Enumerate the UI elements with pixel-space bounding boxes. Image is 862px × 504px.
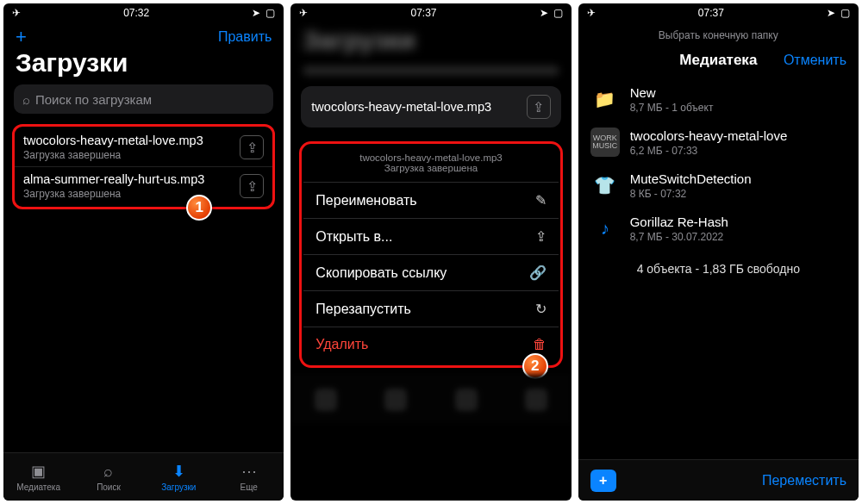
battery-icon: ▢	[265, 7, 275, 19]
shirt-icon: 👕	[590, 171, 620, 200]
file-row[interactable]: WORKMUSIC twocolors-heavy-metal-love 6,2…	[578, 121, 859, 164]
download-icon: ⬇	[172, 462, 185, 481]
location-icon: ➤	[540, 7, 548, 19]
tab-bar: ▣ Медиатека ⌕ Поиск ⬇ Загрузки ⋯ Еще	[3, 452, 284, 501]
status-time: 07:37	[410, 7, 436, 19]
album-icon: WORKMUSIC	[590, 128, 620, 157]
ellipsis-icon: ⋯	[241, 462, 257, 481]
screen-downloads: ✈ 07:32 ➤ ▢ + Править Загрузки ⌕ Поиск п…	[3, 3, 284, 501]
item-subtitle: 8,7 МБ - 30.07.2022	[630, 231, 728, 243]
location-icon: ➤	[827, 7, 835, 19]
status-bar: ✈ 07:37 ➤ ▢	[290, 3, 571, 22]
download-filename: twocolors-heavy-metal-love.mp3	[23, 134, 203, 147]
status-time: 07:32	[123, 7, 149, 19]
download-filename: alma-summer-really-hurt-us.mp3	[23, 172, 204, 186]
trash-icon: 🗑	[533, 337, 547, 352]
menu-rename[interactable]: Переименовать ✎	[303, 182, 558, 218]
move-button[interactable]: Переместить	[762, 473, 846, 488]
status-time: 07:37	[698, 7, 724, 19]
folder-icon: ▣	[31, 462, 46, 481]
item-title: MuteSwitchDetection	[630, 171, 752, 186]
screen-context-menu: ✈ 07:37 ➤ ▢ Загрузки twocolors-heavy-met…	[290, 3, 571, 501]
download-status: Загрузка завершена	[23, 188, 204, 200]
downloads-list-highlight: twocolors-heavy-metal-love.mp3 Загрузка …	[12, 124, 275, 209]
picker-hint: Выбрать конечную папку	[578, 22, 859, 47]
pencil-icon: ✎	[535, 192, 547, 208]
item-title: New	[630, 85, 714, 100]
link-icon: 🔗	[529, 264, 547, 281]
search-icon: ⌕	[103, 463, 113, 481]
page-title: Загрузки	[3, 48, 284, 84]
music-note-icon: ♪	[590, 214, 620, 243]
blurred-title: Загрузки	[290, 22, 571, 62]
menu-restart[interactable]: Перезапустить ↻	[303, 290, 558, 327]
menu-copy-link[interactable]: Скопировать ссылку 🔗	[303, 254, 558, 290]
storage-summary: 4 объекта - 1,83 ГБ свободно	[578, 250, 859, 288]
context-menu-highlight: twocolors-heavy-metal-love.mp3 Загрузка …	[299, 141, 562, 368]
folder-icon: 📁	[590, 84, 620, 114]
search-input[interactable]: ⌕ Поиск по загрузкам	[14, 84, 273, 114]
preview-filename: twocolors-heavy-metal-love.mp3	[311, 100, 491, 114]
item-subtitle: 8,7 МБ - 1 объект	[630, 102, 714, 114]
blurred-content	[303, 65, 559, 76]
item-title: twocolors-heavy-metal-love	[630, 128, 788, 143]
folder-row[interactable]: 📁 New 8,7 МБ - 1 объект	[578, 78, 859, 121]
tab-search[interactable]: ⌕ Поиск	[73, 463, 143, 492]
share-icon: ⇪	[535, 228, 547, 245]
item-subtitle: 6,2 МБ - 07:33	[630, 145, 788, 157]
search-icon: ⌕	[22, 92, 30, 107]
cancel-button[interactable]: Отменить	[784, 53, 846, 68]
picker-title: Медиатека	[679, 52, 757, 69]
file-row[interactable]: 👕 MuteSwitchDetection 8 КБ - 07:32	[578, 164, 859, 207]
callout-badge-1: 1	[186, 195, 212, 221]
tab-downloads[interactable]: ⬇ Загрузки	[144, 462, 214, 492]
new-folder-button[interactable]: +	[590, 470, 616, 492]
status-bar: ✈ 07:37 ➤ ▢	[578, 3, 859, 22]
airplane-icon: ✈	[299, 7, 308, 19]
download-row[interactable]: alma-summer-really-hurt-us.mp3 Загрузка …	[15, 166, 272, 205]
picker-toolbar: + Переместить	[578, 459, 859, 501]
edit-button[interactable]: Править	[218, 29, 272, 45]
context-menu-header: twocolors-heavy-metal-love.mp3 Загрузка …	[303, 147, 558, 182]
tab-more[interactable]: ⋯ Еще	[214, 462, 284, 492]
download-row[interactable]: twocolors-heavy-metal-love.mp3 Загрузка …	[15, 128, 272, 166]
blurred-tab-bar	[290, 375, 571, 423]
file-row[interactable]: ♪ Gorillaz Re-Hash 8,7 МБ - 30.07.2022	[578, 207, 859, 250]
share-icon[interactable]: ⇪	[527, 95, 551, 119]
airplane-icon: ✈	[12, 7, 21, 19]
status-bar: ✈ 07:32 ➤ ▢	[3, 3, 284, 22]
share-icon[interactable]: ⇪	[240, 174, 264, 198]
location-icon: ➤	[252, 7, 260, 19]
menu-delete[interactable]: Удалить 🗑	[303, 327, 558, 362]
airplane-icon: ✈	[587, 7, 596, 19]
battery-icon: ▢	[840, 7, 850, 19]
menu-open-in[interactable]: Открыть в... ⇪	[303, 218, 558, 254]
download-status: Загрузка завершена	[23, 149, 203, 161]
tab-library[interactable]: ▣ Медиатека	[3, 462, 73, 492]
preview-card: twocolors-heavy-metal-love.mp3 ⇪	[301, 86, 560, 128]
reload-icon: ↻	[535, 301, 547, 317]
battery-icon: ▢	[553, 7, 563, 19]
share-icon[interactable]: ⇪	[240, 135, 264, 159]
item-subtitle: 8 КБ - 07:32	[630, 188, 752, 200]
screen-folder-picker: ✈ 07:37 ➤ ▢ Выбрать конечную папку Медиа…	[578, 3, 859, 501]
item-title: Gorillaz Re-Hash	[630, 215, 728, 229]
search-placeholder: Поиск по загрузкам	[35, 92, 152, 107]
add-button[interactable]: +	[16, 26, 27, 48]
